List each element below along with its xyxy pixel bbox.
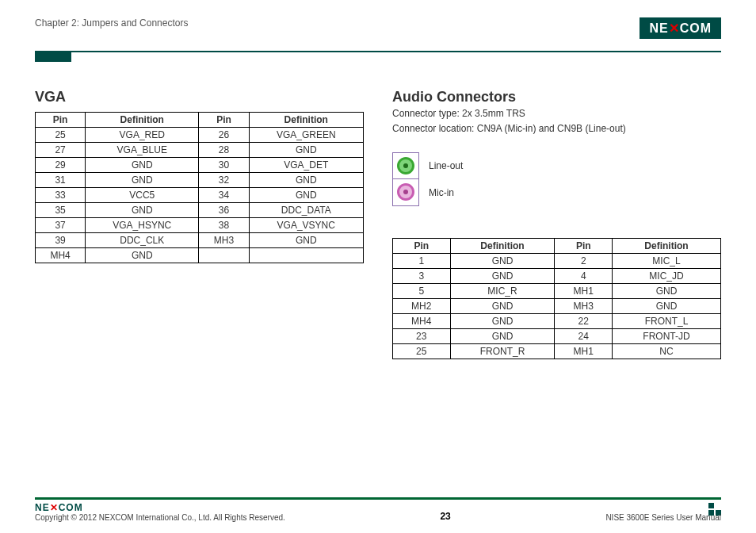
- cell: GND: [613, 298, 721, 313]
- brand-logo: NE✕COM: [640, 17, 721, 39]
- cell: GND: [450, 328, 555, 343]
- chapter-label: Chapter 2: Jumpers and Connectors: [35, 17, 188, 29]
- cell: NC: [613, 343, 721, 359]
- cell: 2: [555, 253, 613, 268]
- cell: FRONT_L: [613, 313, 721, 328]
- table-row: MH4GND22FRONT_L: [393, 313, 721, 328]
- lineout-label: Line-out: [429, 160, 463, 171]
- cell: 5: [393, 283, 451, 298]
- table-row: MH4GND: [36, 248, 364, 263]
- cell: 31: [36, 173, 86, 188]
- cell: GND: [450, 313, 555, 328]
- table-row: MH2GNDMH3GND: [393, 298, 721, 313]
- cell: MH4: [36, 248, 86, 263]
- cell: MH3: [199, 233, 249, 248]
- lineout-jack-frame: [392, 152, 419, 179]
- cell: GND: [86, 173, 199, 188]
- th: Pin: [199, 113, 249, 128]
- cell: 3: [393, 268, 451, 283]
- cell: MIC_L: [613, 253, 721, 268]
- cell: GND: [249, 188, 363, 203]
- cell: MH3: [555, 298, 613, 313]
- cell: 36: [199, 203, 249, 218]
- cell: MH1: [555, 343, 613, 359]
- micin-label: Mic-in: [429, 187, 454, 198]
- cell: 25: [36, 128, 86, 143]
- cell: 28: [199, 143, 249, 158]
- cell: 24: [555, 328, 613, 343]
- cell: VGA_DET: [249, 158, 363, 173]
- audio-table: Pin Definition Pin Definition 1GND2MIC_L…: [392, 238, 721, 359]
- table-row: 23GND24FRONT-JD: [393, 328, 721, 343]
- table-row: 39DDC_CLKMH3GND: [36, 233, 364, 248]
- cell: DDC_DATA: [249, 203, 363, 218]
- table-row: 5MIC_RMH1GND: [393, 283, 721, 298]
- cell: GND: [450, 253, 555, 268]
- cell: 25: [393, 343, 451, 359]
- vga-section: VGA Pin Definition Pin Definition 25VGA_…: [35, 89, 364, 359]
- connector-location: Connector location: CN9A (Mic-in) and CN…: [392, 122, 721, 136]
- th: Pin: [555, 238, 613, 253]
- connector-type: Connector type: 2x 3.5mm TRS: [392, 107, 721, 121]
- th: Pin: [393, 238, 451, 253]
- th: Definition: [613, 238, 721, 253]
- table-row: 27VGA_BLUE28GND: [36, 143, 364, 158]
- cell: VCC5: [86, 188, 199, 203]
- audio-section: Audio Connectors Connector type: 2x 3.5m…: [392, 89, 721, 359]
- micin-jack-frame: [392, 179, 419, 206]
- vga-title: VGA: [35, 89, 364, 105]
- section-tab: [35, 52, 71, 62]
- cell: MH4: [393, 313, 451, 328]
- cell: 38: [199, 218, 249, 233]
- cell: MH2: [393, 298, 451, 313]
- th: Definition: [249, 113, 363, 128]
- cell: 34: [199, 188, 249, 203]
- cell: VGA_BLUE: [86, 143, 199, 158]
- cell: [249, 248, 363, 263]
- cell: 29: [36, 158, 86, 173]
- table-row: 3GND4MIC_JD: [393, 268, 721, 283]
- cell: FRONT-JD: [613, 328, 721, 343]
- cell: GND: [249, 233, 363, 248]
- cell: 23: [393, 328, 451, 343]
- copyright: Copyright © 2012 NEXCOM International Co…: [35, 513, 285, 522]
- cell: 22: [555, 313, 613, 328]
- cell: MIC_R: [450, 283, 555, 298]
- th: Pin: [36, 113, 86, 128]
- table-row: 37VGA_HSYNC38VGA_VSYNC: [36, 218, 364, 233]
- cell: DDC_CLK: [86, 233, 199, 248]
- table-row: 25FRONT_RMH1NC: [393, 343, 721, 359]
- table-row: 25VGA_RED26VGA_GREEN: [36, 128, 364, 143]
- cell: 30: [199, 158, 249, 173]
- cell: 35: [36, 203, 86, 218]
- micin-jack-icon: [397, 183, 414, 201]
- audio-jacks: Line-out Mic-in: [392, 152, 721, 206]
- cell: 37: [36, 218, 86, 233]
- cell: VGA_RED: [86, 128, 199, 143]
- cell: FRONT_R: [450, 343, 555, 359]
- cell: MH1: [555, 283, 613, 298]
- cell: GND: [86, 203, 199, 218]
- footer-logo: NE✕COM: [35, 502, 285, 513]
- vga-table: Pin Definition Pin Definition 25VGA_RED2…: [35, 112, 364, 263]
- cell: GND: [86, 158, 199, 173]
- cell: 26: [199, 128, 249, 143]
- th: Definition: [450, 238, 555, 253]
- cell: GND: [249, 173, 363, 188]
- cell: GND: [450, 268, 555, 283]
- cell: GND: [249, 143, 363, 158]
- divider: [35, 51, 721, 52]
- cell: GND: [450, 298, 555, 313]
- cell: 33: [36, 188, 86, 203]
- table-row: 35GND36DDC_DATA: [36, 203, 364, 218]
- page-number: 23: [440, 511, 450, 522]
- manual-name: NISE 3600E Series User Manual: [605, 513, 721, 522]
- cell: GND: [613, 283, 721, 298]
- table-row: 1GND2MIC_L: [393, 253, 721, 268]
- footer: NE✕COM Copyright © 2012 NEXCOM Internati…: [35, 497, 721, 522]
- cell: [199, 248, 249, 263]
- table-row: 33VCC534GND: [36, 188, 364, 203]
- cell: 27: [36, 143, 86, 158]
- cell: 4: [555, 268, 613, 283]
- cell: 32: [199, 173, 249, 188]
